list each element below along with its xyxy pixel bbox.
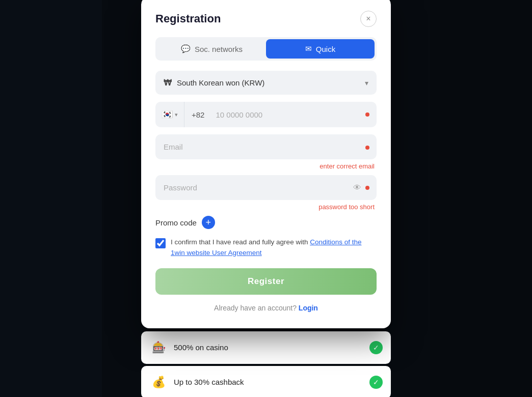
- modal-header: Registration ×: [155, 11, 377, 27]
- agreement-row: I confirm that I have read and fully agr…: [155, 237, 377, 258]
- bonus-cashback-label: Up to 30% cashback: [174, 378, 363, 386]
- email-wrapper: [155, 134, 377, 159]
- bonus-card-casino: 🎰 500% on casino ✓: [141, 331, 391, 364]
- email-icon: ✉: [305, 44, 312, 53]
- close-button[interactable]: ×: [360, 11, 377, 27]
- promo-label: Promo code: [155, 218, 197, 227]
- chat-icon: 💬: [181, 44, 191, 53]
- casino-icon: 🎰: [149, 338, 168, 357]
- password-error: password too short: [155, 203, 377, 211]
- country-chevron-icon: ▾: [175, 111, 178, 118]
- eye-icon[interactable]: 👁: [353, 183, 361, 192]
- phone-required-dot: [365, 112, 369, 117]
- login-prompt-text: Already have an account?: [214, 304, 297, 312]
- email-required-dot: [365, 143, 369, 152]
- cashback-icon: 💰: [149, 373, 168, 391]
- bonus-casino-label: 500% on casino: [174, 343, 363, 352]
- tab-soc-networks-label: Soc. networks: [195, 45, 243, 53]
- chevron-down-icon: ▾: [365, 79, 368, 87]
- login-link[interactable]: Login: [299, 304, 318, 312]
- promo-row: Promo code +: [155, 216, 377, 229]
- tab-quick[interactable]: ✉ Quick: [266, 39, 375, 59]
- currency-label: South Korean won (KRW): [177, 78, 360, 87]
- register-button[interactable]: Register: [155, 268, 377, 295]
- tab-switcher: 💬 Soc. networks ✉ Quick: [155, 37, 377, 61]
- password-wrapper: 👁: [155, 175, 377, 200]
- currency-symbol: ₩: [164, 78, 172, 88]
- agreement-text: I confirm that I have read and fully agr…: [171, 237, 377, 258]
- login-row: Already have an account? Login: [155, 304, 377, 312]
- bonus-cashback-check: ✓: [369, 376, 383, 389]
- phone-input[interactable]: [209, 103, 365, 126]
- currency-dropdown[interactable]: ₩ South Korean won (KRW) ▾: [155, 71, 377, 95]
- modal-title: Registration: [155, 12, 221, 25]
- agreement-checkbox[interactable]: [155, 238, 166, 248]
- password-icons: 👁: [353, 183, 369, 192]
- modal-wrapper: Registration × 💬 Soc. networks ✉ Quick ₩…: [141, 0, 391, 397]
- country-code: +82: [184, 103, 209, 126]
- bonus-card-cashback: 💰 Up to 30% cashback ✓: [141, 366, 391, 397]
- email-error: enter correct email: [155, 162, 377, 170]
- registration-modal: Registration × 💬 Soc. networks ✉ Quick ₩…: [141, 0, 391, 328]
- checkmark-icon-2: ✓: [373, 378, 379, 386]
- bonus-casino-check: ✓: [369, 341, 383, 354]
- country-selector[interactable]: 🇰🇷 ▾: [155, 102, 184, 127]
- bonus-cards: 🎰 500% on casino ✓ 💰 Up to 30% cashback …: [141, 331, 391, 397]
- promo-add-button[interactable]: +: [202, 216, 215, 229]
- flag-icon: 🇰🇷: [162, 109, 173, 120]
- password-input[interactable]: [155, 175, 377, 200]
- tab-quick-label: Quick: [316, 45, 335, 53]
- tab-soc-networks[interactable]: 💬 Soc. networks: [157, 39, 266, 59]
- email-input[interactable]: [155, 134, 377, 159]
- password-required-dot: [365, 186, 369, 190]
- checkmark-icon: ✓: [373, 344, 379, 352]
- phone-input-row: 🇰🇷 ▾ +82: [155, 102, 377, 127]
